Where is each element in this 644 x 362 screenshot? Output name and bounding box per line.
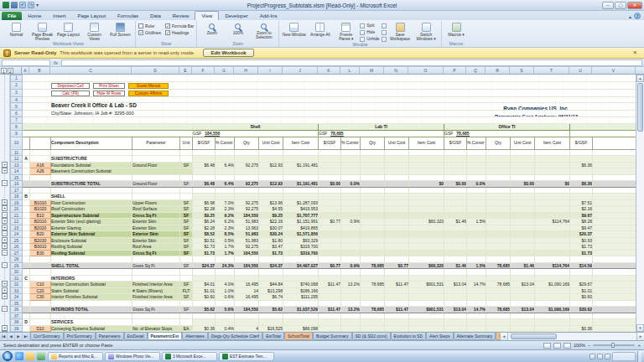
- value-cell[interactable]: [385, 287, 409, 294]
- value-cell[interactable]: [283, 256, 319, 263]
- value-cell[interactable]: [409, 206, 444, 213]
- component-description[interactable]: Superstructure Subtotal: [51, 212, 132, 219]
- value-cell[interactable]: [486, 325, 511, 332]
- component-code[interactable]: D10: [30, 325, 51, 332]
- sheet-nav-prev-icon[interactable]: ◀: [8, 333, 15, 340]
- ribbon-tab-home[interactable]: Home: [22, 12, 47, 20]
- value-cell[interactable]: $1.01: [193, 287, 216, 294]
- ribbon-tab-page-layout[interactable]: Page Layout: [71, 12, 112, 20]
- row-number[interactable]: 9: [11, 130, 23, 137]
- value-cell[interactable]: $13.04: [444, 282, 467, 288]
- row-number[interactable]: 18: [11, 194, 23, 200]
- collapse-group-button[interactable]: −: [2, 230, 8, 236]
- value-cell[interactable]: $11.47: [319, 307, 341, 313]
- expand-group-button[interactable]: +: [2, 287, 8, 293]
- value-cell[interactable]: [444, 325, 467, 332]
- value-cell[interactable]: [409, 187, 444, 194]
- row-number[interactable]: 25: [11, 237, 23, 244]
- value-cell[interactable]: [319, 256, 341, 263]
- show-option-headings[interactable]: ✓Headings: [165, 30, 194, 35]
- value-cell[interactable]: 0.0%: [341, 181, 361, 188]
- value-cell[interactable]: [385, 256, 409, 263]
- value-cell[interactable]: [259, 256, 283, 263]
- component-description[interactable]: SHELL: [51, 194, 132, 200]
- section-letter[interactable]: [23, 269, 30, 276]
- value-cell[interactable]: [341, 275, 361, 282]
- value-cell[interactable]: [361, 237, 385, 244]
- component-code[interactable]: A16: [30, 162, 51, 168]
- section-letter[interactable]: [23, 168, 30, 175]
- unit[interactable]: SF: [180, 307, 193, 313]
- value-cell[interactable]: [486, 174, 511, 181]
- value-cell[interactable]: $22.16: [259, 219, 283, 225]
- value-cell[interactable]: [511, 162, 535, 168]
- value-cell[interactable]: $0.00: [511, 181, 535, 188]
- expand-group-button[interactable]: +: [2, 331, 8, 332]
- value-cell[interactable]: [385, 199, 409, 206]
- component-description[interactable]: Roofing Subtotal: [51, 250, 132, 256]
- component-description[interactable]: INTERIORS TOTAL: [51, 307, 132, 313]
- value-cell[interactable]: [486, 162, 511, 168]
- value-cell[interactable]: [409, 199, 444, 206]
- value-cell[interactable]: [467, 325, 486, 332]
- value-cell[interactable]: [467, 156, 486, 163]
- value-cell[interactable]: [444, 168, 467, 175]
- parameter[interactable]: # Stairs (Risers): [132, 287, 180, 294]
- value-cell[interactable]: [409, 269, 444, 276]
- section-letter[interactable]: [23, 294, 30, 301]
- gsf-total-cell[interactable]: $0.60: [570, 294, 593, 301]
- value-cell[interactable]: 51,983: [235, 231, 259, 238]
- explorer-icon[interactable]: [26, 352, 34, 360]
- parameter[interactable]: Roof Surface: [132, 206, 180, 213]
- row-number[interactable]: 4: [11, 96, 23, 103]
- value-cell[interactable]: [259, 168, 283, 175]
- column-letter[interactable]: V: [592, 67, 636, 75]
- media-player-icon[interactable]: [37, 352, 45, 360]
- value-cell[interactable]: $24.37: [259, 262, 283, 269]
- section-letter[interactable]: [23, 256, 30, 263]
- component-code[interactable]: [30, 187, 51, 194]
- column-letter[interactable]: I: [258, 67, 283, 75]
- value-cell[interactable]: 6.4%: [216, 162, 235, 168]
- value-cell[interactable]: [486, 206, 511, 213]
- value-cell[interactable]: [467, 287, 486, 294]
- value-cell[interactable]: [444, 231, 467, 238]
- gsf-total-cell[interactable]: [570, 187, 593, 194]
- control-button-hide-w-rows[interactable]: Hide W Rows: [93, 90, 125, 96]
- gsf-total-cell[interactable]: [570, 168, 593, 175]
- value-cell[interactable]: [193, 156, 216, 163]
- filler-cell[interactable]: [593, 287, 636, 294]
- row-number[interactable]: 30: [11, 269, 23, 276]
- component-description[interactable]: Foundations Subtotal: [51, 162, 132, 168]
- gsf-total-cell[interactable]: [570, 256, 593, 263]
- parameter[interactable]: Gross Sq Ft: [132, 212, 180, 219]
- value-cell[interactable]: [444, 199, 467, 206]
- value-cell[interactable]: [486, 256, 511, 263]
- unit[interactable]: [180, 269, 193, 276]
- value-cell[interactable]: [467, 174, 486, 181]
- row-number[interactable]: 32: [11, 282, 23, 288]
- value-cell[interactable]: [444, 244, 467, 251]
- column-letter[interactable]: C: [50, 67, 132, 75]
- value-cell[interactable]: $44.84: [259, 282, 283, 288]
- gsf-total-cell[interactable]: $6.36: [570, 181, 593, 188]
- value-cell[interactable]: [341, 194, 361, 200]
- ribbon-tab-review[interactable]: Review: [167, 12, 195, 20]
- value-cell[interactable]: [341, 269, 361, 276]
- gsf-total-cell[interactable]: $0.36: [570, 325, 593, 332]
- header-qty[interactable]: Qty: [361, 137, 385, 149]
- parameter[interactable]: Gross Sq Ft: [132, 250, 180, 256]
- sheet-tab-alert-steps[interactable]: Alert Steps: [426, 333, 453, 340]
- value-cell[interactable]: [444, 162, 467, 168]
- value-cell[interactable]: [486, 287, 511, 294]
- help-icon[interactable]: ?: [634, 13, 641, 19]
- formula-bar-checkbox[interactable]: ✓: [165, 23, 170, 28]
- component-code[interactable]: [30, 262, 51, 269]
- value-cell[interactable]: [361, 319, 385, 326]
- value-cell[interactable]: [235, 156, 259, 163]
- value-cell[interactable]: [511, 300, 535, 307]
- row-number[interactable]: 7: [11, 117, 23, 124]
- value-cell[interactable]: [259, 194, 283, 200]
- column-letter[interactable]: N: [384, 67, 408, 75]
- component-code[interactable]: B20: [30, 231, 51, 238]
